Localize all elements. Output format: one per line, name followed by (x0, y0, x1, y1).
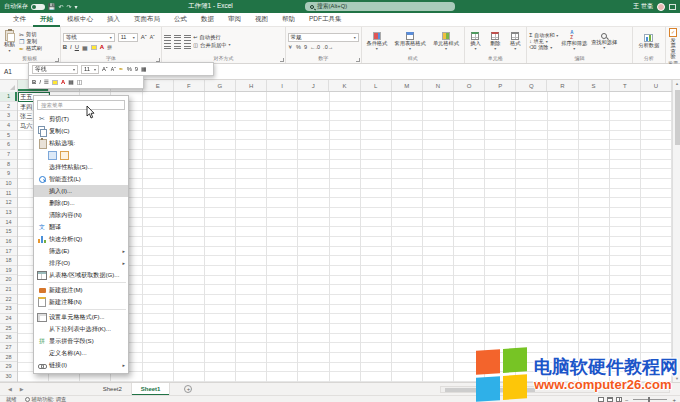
mini-font-size-select[interactable]: 11▾ (81, 65, 99, 74)
align-middle-icon[interactable] (174, 35, 181, 41)
ribbon-tab-公式[interactable]: 公式 (167, 13, 194, 27)
row-header-8[interactable]: 8 (0, 160, 17, 170)
row-header-20[interactable]: 20 (0, 275, 17, 285)
row-header-16[interactable]: 16 (0, 237, 17, 247)
row-header-4[interactable]: 4 (0, 121, 17, 131)
menu-item[interactable]: 插入(I)... (34, 185, 128, 197)
percent-style-icon[interactable]: % (296, 44, 301, 50)
menu-item[interactable]: 复制(C) (34, 125, 128, 137)
menu-item[interactable]: 选择性粘贴(S)... (34, 161, 128, 173)
cell-styles-button[interactable]: 单元格样式▾ (432, 32, 460, 52)
row-header-17[interactable]: 17 (0, 247, 17, 257)
row-header-30[interactable]: 30 (0, 372, 17, 382)
align-top-icon[interactable] (164, 35, 171, 41)
row-header-9[interactable]: 9 (0, 169, 17, 179)
row-header-21[interactable]: 21 (0, 285, 17, 295)
mini-table-icon[interactable]: ▦ (141, 66, 146, 72)
menu-item[interactable]: 定义名称(A)... (34, 347, 128, 359)
format-cells-button[interactable]: 格式▾ (509, 32, 521, 52)
paste-values-icon[interactable] (60, 151, 69, 160)
menu-item[interactable]: 筛选(E)▸ (34, 245, 128, 257)
find-select-button[interactable]: 查找和选择▾ (590, 33, 618, 51)
column-header-N[interactable]: N (423, 80, 454, 91)
ribbon-tab-模板中心[interactable]: 模板中心 (60, 13, 100, 27)
row-header-26[interactable]: 26 (0, 333, 17, 343)
menu-item[interactable]: 翻译 (34, 221, 128, 233)
mini-percent-icon[interactable]: % (127, 66, 132, 72)
row-header-6[interactable]: 6 (0, 140, 17, 150)
mini-font-family-select[interactable]: 等线▾ (32, 65, 78, 74)
row-header-7[interactable]: 7 (0, 150, 17, 160)
sort-filter-button[interactable]: 排序和筛选▾ (560, 32, 588, 52)
column-header-R[interactable]: R (547, 80, 578, 91)
mini-fill-color-icon[interactable] (52, 80, 58, 85)
ribbon-tab-PDF工具集[interactable]: PDF工具集 (302, 13, 349, 27)
mini-bold-button[interactable]: B (32, 79, 36, 85)
autosave-toggle[interactable] (31, 4, 45, 10)
menu-item[interactable]: 删除(D)... (34, 197, 128, 209)
menu-item[interactable]: 从下拉列表中选择(K)... (34, 323, 128, 335)
menu-item[interactable]: 排序(O)▸ (34, 257, 128, 269)
cut-button[interactable]: ✂剪切 (19, 32, 42, 38)
mini-decrease-font-icon[interactable]: Aˇ (111, 66, 116, 72)
undo-icon[interactable]: ↶ (59, 3, 64, 10)
analyze-data-button[interactable]: 分析数据 (637, 34, 660, 48)
column-header-K[interactable]: K (329, 80, 360, 91)
paste-keep-formatting-icon[interactable] (48, 151, 57, 160)
align-bottom-icon[interactable] (184, 35, 191, 41)
decrease-font-icon[interactable]: Aˇ (150, 34, 155, 40)
ribbon-tab-开始[interactable]: 开始 (33, 13, 60, 27)
column-header-I[interactable]: I (267, 80, 298, 91)
sheet-nav-left-icon[interactable]: ◀ (8, 386, 12, 392)
italic-button[interactable]: I (70, 44, 72, 50)
row-header-14[interactable]: 14 (0, 218, 17, 228)
ribbon-tab-视图[interactable]: 视图 (248, 13, 275, 27)
row-header-12[interactable]: 12 (0, 198, 17, 208)
menu-search-input[interactable]: 搜索菜单 (37, 100, 125, 110)
menu-item[interactable]: 从表格/区域获取数据(G)... (34, 269, 128, 281)
fill-color-icon[interactable] (91, 45, 97, 50)
menu-item[interactable]: 设置单元格格式(F)... (34, 311, 128, 323)
column-header-H[interactable]: H (236, 80, 267, 91)
avatar[interactable] (657, 3, 665, 11)
mini-borders-icon[interactable]: ▦ (68, 79, 73, 85)
row-header-23[interactable]: 23 (0, 304, 17, 314)
scroll-up-icon[interactable]: ▲ (674, 81, 680, 86)
column-header-S[interactable]: S (579, 80, 610, 91)
column-header-Q[interactable]: Q (516, 80, 547, 91)
font-size-select[interactable]: 11▾ (118, 33, 138, 42)
row-header-11[interactable]: 11 (0, 189, 17, 199)
conditional-formatting-button[interactable]: 条件格式▾ (365, 32, 388, 52)
menu-item[interactable]: 新建注释(N) (34, 296, 128, 308)
paste-button[interactable]: 粘贴▾ (2, 29, 17, 54)
ribbon-tab-插入[interactable]: 插入 (100, 13, 127, 27)
row-header-15[interactable]: 15 (0, 227, 17, 237)
clear-button[interactable]: ⌫清除▾ (529, 45, 558, 50)
row-header-19[interactable]: 19 (0, 266, 17, 276)
mini-merge-icon[interactable]: ◫ (77, 79, 82, 85)
menu-item[interactable]: 新建批注(M) (34, 284, 128, 296)
row-header-2[interactable]: 2 (0, 102, 17, 112)
number-dialog-launcher-icon[interactable] (356, 58, 360, 62)
accessibility-status[interactable]: 辅助功能: 调查 (25, 396, 67, 402)
format-as-table-button[interactable]: 套用表格格式▾ (394, 32, 427, 52)
accounting-format-icon[interactable]: ￥ (288, 44, 294, 51)
alignment-dialog-launcher-icon[interactable] (280, 58, 284, 62)
borders-icon[interactable]: ▦ (82, 44, 88, 51)
quick-access-more-icon[interactable]: ▾ (75, 3, 78, 10)
column-header-P[interactable]: P (485, 80, 516, 91)
redo-icon[interactable]: ↷ (67, 3, 72, 10)
sheet-nav-right-icon[interactable]: ▶ (20, 386, 24, 392)
new-sheet-button[interactable]: + (184, 385, 192, 393)
decrease-decimal-icon[interactable]: .0→ (323, 44, 333, 50)
vertical-scrollbar[interactable]: ▲ ▼ (672, 80, 680, 382)
copy-button[interactable]: ❐复制 (19, 39, 42, 45)
row-header-25[interactable]: 25 (0, 324, 17, 334)
ribbon-tab-数据[interactable]: 数据 (194, 13, 221, 27)
mini-format-painter-icon[interactable]: ✒ (119, 66, 124, 72)
comma-style-icon[interactable]: 9 (304, 44, 307, 50)
align-center-icon[interactable] (174, 43, 181, 49)
row-header-27[interactable]: 27 (0, 343, 17, 353)
menu-item[interactable]: 剪切(T) (34, 113, 128, 125)
underline-button[interactable]: U (75, 44, 79, 50)
